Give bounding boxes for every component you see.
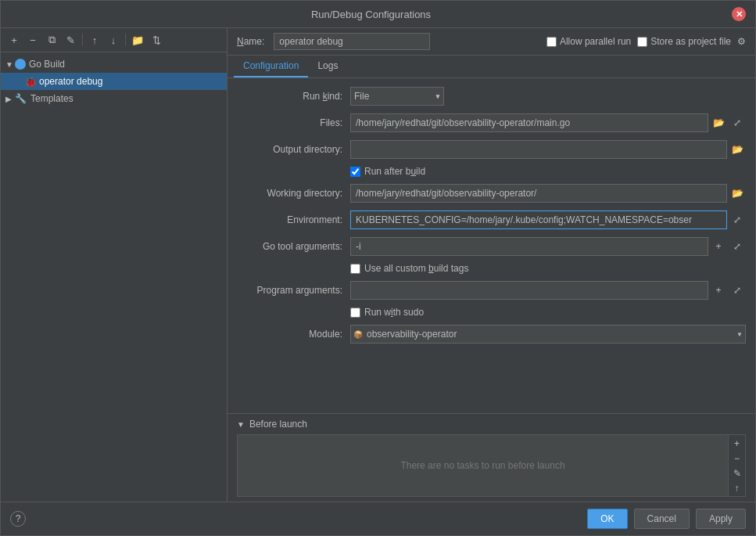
remove-button[interactable]: −: [24, 31, 41, 49]
files-control: 📂 ⤢: [350, 113, 746, 132]
program-args-add-btn[interactable]: +: [710, 282, 727, 299]
program-args-row: Program arguments: + ⤢: [237, 280, 746, 300]
bottom-bar: ? OK Cancel Apply: [1, 502, 755, 535]
tree-label-operator-debug: operator debug: [39, 76, 102, 87]
module-select-wrapper: 📦 observability-operator ▼: [350, 325, 746, 344]
files-input-wrapper: 📂 ⤢: [350, 113, 746, 132]
run-debug-dialog: Run/Debug Configurations ✕ + − ⧉ ✎ ↑ ↓ 📁…: [0, 0, 756, 536]
tree-area: ▼ Go Build ▶ 🐞 operator debug ▶ 🔧 Templa…: [1, 52, 227, 502]
files-row: Files: 📂 ⤢: [237, 113, 746, 133]
output-dir-label: Output directory:: [237, 144, 350, 155]
ok-button[interactable]: OK: [587, 509, 627, 529]
working-dir-folder-btn[interactable]: 📂: [729, 185, 746, 202]
before-launch-minus-btn[interactable]: −: [729, 451, 746, 465]
run-with-sudo-row: Run with sudo: [350, 307, 746, 318]
tab-configuration[interactable]: Configuration: [234, 56, 308, 77]
separator-2: [125, 34, 126, 46]
before-launch-edit-btn[interactable]: ✎: [729, 466, 746, 480]
allow-parallel-label[interactable]: Allow parallel run: [546, 36, 631, 47]
sort-button[interactable]: ⇅: [148, 31, 165, 49]
help-button[interactable]: ?: [10, 511, 26, 527]
run-kind-label: Run kind:: [237, 91, 350, 102]
go-tool-args-label: Go tool arguments:: [237, 241, 350, 252]
custom-build-tags-label[interactable]: Use all custom build tags: [350, 263, 468, 274]
apply-button[interactable]: Apply: [696, 509, 746, 529]
go-tool-expand-btn[interactable]: ⤢: [729, 238, 746, 255]
working-dir-input[interactable]: [350, 184, 727, 203]
gear-icon[interactable]: ⚙: [737, 36, 746, 47]
run-after-build-text: Run after build: [364, 166, 425, 177]
run-kind-row: Run kind: File Package Directory ▼: [237, 86, 746, 106]
section-header: ▼ Before launch: [237, 419, 746, 430]
files-expand-btn[interactable]: ⤢: [729, 114, 746, 131]
down-button[interactable]: ↓: [105, 31, 122, 49]
output-dir-input[interactable]: [350, 140, 727, 159]
before-launch-area: There are no tasks to run before launch …: [237, 434, 746, 497]
go-tool-args-control: + ⤢: [350, 237, 746, 256]
cancel-button[interactable]: Cancel: [634, 509, 690, 529]
left-panel: + − ⧉ ✎ ↑ ↓ 📁 ⇅ ▼ Go Build: [1, 28, 228, 502]
run-after-build-checkbox[interactable]: [350, 167, 360, 177]
title-bar: Run/Debug Configurations ✕: [1, 1, 755, 28]
tree-label-templates: Templates: [30, 93, 73, 104]
tree-item-templates[interactable]: ▶ 🔧 Templates: [1, 90, 227, 107]
separator-1: [82, 34, 83, 46]
tree-arrow-templates: ▶: [5, 95, 15, 103]
environment-input[interactable]: [350, 210, 727, 229]
allow-parallel-checkbox[interactable]: [546, 37, 557, 47]
tree-label-go-build: Go Build: [29, 59, 65, 70]
run-after-build-label[interactable]: Run after build: [350, 166, 425, 177]
tab-logs[interactable]: Logs: [308, 56, 347, 77]
run-with-sudo-label[interactable]: Run with sudo: [350, 307, 424, 318]
edit-button[interactable]: ✎: [62, 31, 79, 49]
module-label: Module:: [237, 329, 350, 340]
run-kind-select-wrapper: File Package Directory ▼: [350, 87, 444, 106]
program-args-input[interactable]: [350, 281, 708, 300]
environment-wrapper: ⤢: [350, 210, 746, 229]
output-folder-btn[interactable]: 📂: [729, 141, 746, 158]
working-dir-label: Working directory:: [237, 188, 350, 199]
module-row: Module: 📦 observability-operator ▼: [237, 324, 746, 344]
files-input[interactable]: [350, 113, 708, 132]
folder-button[interactable]: 📁: [129, 31, 146, 49]
tree-item-operator-debug[interactable]: ▶ 🐞 operator debug: [1, 73, 227, 90]
env-expand-btn[interactable]: ⤢: [729, 211, 746, 228]
program-args-wrapper: + ⤢: [350, 281, 746, 300]
section-title: Before launch: [249, 419, 307, 430]
store-project-label[interactable]: Store as project file: [637, 36, 731, 47]
go-tool-add-btn[interactable]: +: [710, 238, 727, 255]
debug-icon: 🐞: [24, 76, 37, 88]
tabs-bar: Configuration Logs: [228, 56, 755, 78]
action-buttons: OK Cancel Apply: [587, 509, 746, 529]
store-project-checkbox[interactable]: [637, 37, 647, 47]
run-after-build-row: Run after build: [350, 166, 746, 177]
config-area: Run kind: File Package Directory ▼: [228, 78, 755, 413]
tree-arrow-go-build: ▼: [5, 60, 15, 69]
module-control: 📦 observability-operator ▼: [350, 325, 746, 344]
tree-item-go-build[interactable]: ▼ Go Build: [1, 56, 227, 73]
add-button[interactable]: +: [5, 31, 23, 49]
copy-button[interactable]: ⧉: [43, 31, 60, 49]
go-tool-args-wrapper: + ⤢: [350, 237, 746, 256]
go-tool-args-input[interactable]: [350, 237, 708, 256]
module-select[interactable]: observability-operator: [350, 325, 746, 344]
output-dir-control: 📂: [350, 140, 746, 159]
close-button[interactable]: ✕: [732, 7, 746, 21]
name-input[interactable]: [274, 33, 430, 50]
files-label: Files:: [237, 117, 350, 128]
before-launch-up-btn[interactable]: ↑: [729, 481, 746, 495]
before-launch-add-btn[interactable]: +: [729, 437, 746, 450]
section-arrow[interactable]: ▼: [237, 420, 245, 429]
run-with-sudo-checkbox[interactable]: [350, 308, 360, 318]
right-panel: Name: Allow parallel run Store as projec…: [228, 28, 755, 502]
files-folder-btn[interactable]: 📂: [710, 114, 727, 131]
right-header: Name: Allow parallel run Store as projec…: [228, 28, 755, 56]
up-button[interactable]: ↑: [86, 31, 103, 49]
header-options: Allow parallel run Store as project file…: [546, 36, 746, 47]
dialog-title: Run/Debug Configurations: [10, 9, 732, 20]
program-args-expand-btn[interactable]: ⤢: [729, 282, 746, 299]
custom-build-tags-checkbox[interactable]: [350, 264, 360, 274]
run-kind-select[interactable]: File Package Directory: [350, 87, 444, 106]
run-with-sudo-text: Run with sudo: [364, 307, 424, 318]
templates-icon: 🔧: [15, 92, 27, 105]
